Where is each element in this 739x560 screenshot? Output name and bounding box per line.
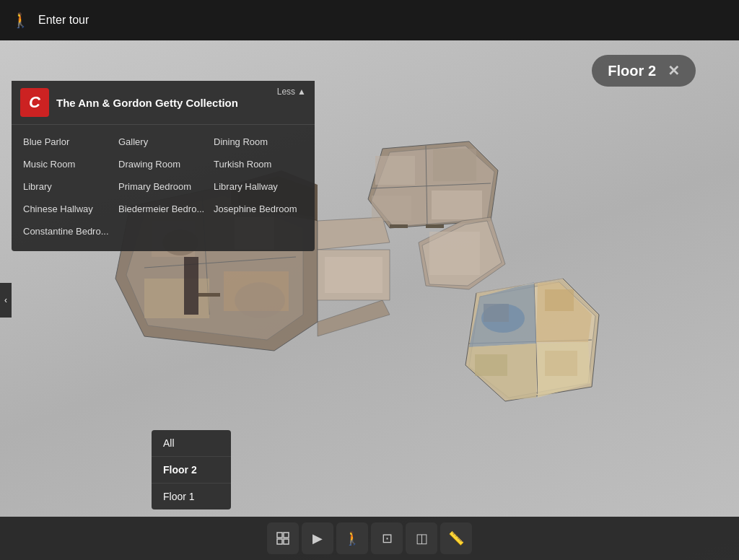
- toolbar-dollhouse-button[interactable]: ⊡: [371, 522, 403, 554]
- topbar: 🚶 Enter tour: [0, 0, 739, 40]
- rooms-grid: Blue ParlorGalleryDining RoomMusic RoomD…: [12, 125, 315, 251]
- svg-rect-23: [375, 156, 415, 185]
- room-item-blue-parlor[interactable]: Blue Parlor: [20, 131, 115, 153]
- collection-name: The Ann & Gordon Getty Collection: [56, 97, 306, 109]
- dropdown-panel: C The Ann & Gordon Getty Collection Less…: [12, 81, 315, 251]
- floor-selector: AllFloor 2Floor 1: [152, 430, 231, 509]
- svg-rect-41: [545, 351, 577, 376]
- svg-rect-18: [325, 257, 382, 293]
- bottom-toolbar: ▶🚶⊡◫📏: [0, 517, 739, 560]
- svg-rect-38: [484, 304, 509, 322]
- svg-marker-16: [318, 300, 390, 336]
- svg-marker-15: [318, 217, 390, 250]
- svg-rect-26: [432, 191, 482, 219]
- floor-badge-label: Floor 2: [608, 63, 656, 79]
- svg-point-11: [235, 282, 285, 318]
- svg-rect-24: [433, 149, 476, 181]
- toolbar-layers-button[interactable]: ◫: [406, 522, 437, 554]
- toolbar-floorplan-button[interactable]: [267, 522, 299, 554]
- room-item-gallery[interactable]: Gallery: [115, 131, 211, 153]
- svg-rect-39: [545, 289, 574, 311]
- room-item-music-room[interactable]: Music Room: [20, 153, 115, 175]
- collection-logo: C: [20, 88, 49, 117]
- room-item-library[interactable]: Library: [20, 175, 115, 198]
- svg-rect-46: [277, 533, 282, 538]
- floor-badge-close[interactable]: ✕: [668, 62, 680, 79]
- floor-option-floor2[interactable]: Floor 2: [152, 457, 231, 484]
- svg-rect-9: [198, 293, 220, 297]
- room-item-chinese-hallway[interactable]: Chinese Hallway: [20, 198, 115, 220]
- collapse-button[interactable]: ‹: [0, 283, 12, 318]
- svg-rect-25: [372, 196, 411, 221]
- main-view: ‹ Floor 2 ✕ C The Ann & Gordon Getty Col…: [0, 40, 739, 560]
- room-item-biedermeier-bedroom[interactable]: Biedermeier Bedro...: [115, 198, 211, 220]
- room-item-library-hallway[interactable]: Library Hallway: [211, 175, 306, 198]
- toolbar-measure-button[interactable]: 📏: [440, 522, 472, 554]
- room-item-primary-bedroom[interactable]: Primary Bedroom: [115, 175, 211, 198]
- room-item-turkish-room[interactable]: Turkish Room: [211, 153, 306, 175]
- svg-rect-40: [475, 354, 507, 376]
- svg-rect-45: [429, 232, 480, 275]
- dropdown-header: C The Ann & Gordon Getty Collection Less…: [12, 81, 315, 125]
- enter-tour-label: Enter tour: [38, 14, 89, 27]
- svg-rect-28: [426, 224, 444, 228]
- svg-rect-6: [144, 279, 209, 318]
- room-item-drawing-room[interactable]: Drawing Room: [115, 153, 211, 175]
- toolbar-play-button[interactable]: ▶: [302, 522, 333, 554]
- room-item-josephine-bedroom[interactable]: Josephine Bedroom: [211, 198, 306, 220]
- room-item-dining-room[interactable]: Dining Room: [211, 131, 306, 153]
- svg-rect-27: [390, 224, 408, 228]
- room-item-constantine-bedroom[interactable]: Constantine Bedro...: [20, 220, 115, 242]
- floor-option-all[interactable]: All: [152, 430, 231, 457]
- less-button[interactable]: Less ▲: [277, 87, 306, 97]
- svg-rect-49: [284, 539, 289, 544]
- person-icon: 🚶: [12, 12, 30, 29]
- svg-rect-47: [284, 533, 289, 538]
- floor-option-floor1[interactable]: Floor 1: [152, 484, 231, 509]
- toolbar-walk-button[interactable]: 🚶: [336, 522, 368, 554]
- svg-rect-48: [277, 539, 282, 544]
- svg-rect-8: [184, 257, 198, 315]
